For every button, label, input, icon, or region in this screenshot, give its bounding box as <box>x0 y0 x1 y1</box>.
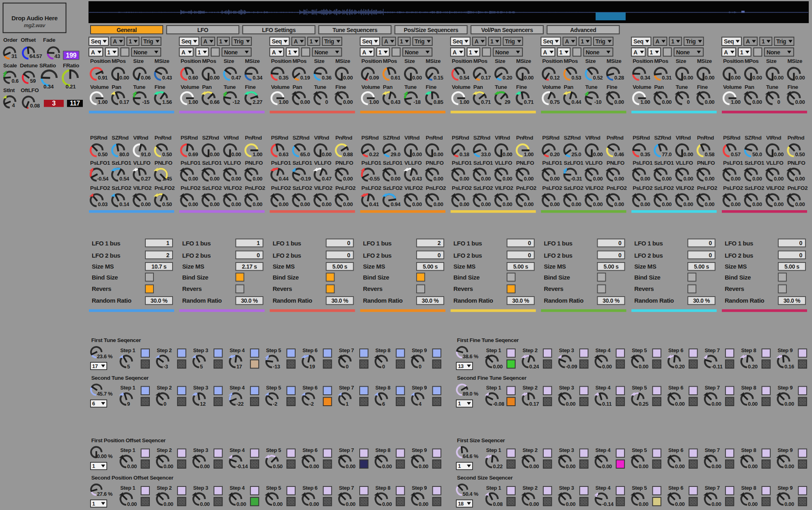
svg-text:Step 1: Step 1 <box>486 347 501 353</box>
svg-text:Size MS: Size MS <box>92 263 114 270</box>
svg-text:0.60: 0.60 <box>188 75 198 81</box>
svg-text:0.00: 0.00 <box>784 401 794 407</box>
svg-text:Step 3: Step 3 <box>559 485 574 491</box>
svg-text:-2: -2 <box>273 401 277 407</box>
svg-text:5.00 s: 5.00 s <box>423 263 438 270</box>
svg-text:5.00 s: 5.00 s <box>784 263 799 270</box>
svg-text:A: A <box>362 49 366 56</box>
svg-text:0.20: 0.20 <box>503 75 512 81</box>
svg-text:-0.14: -0.14 <box>602 501 614 507</box>
svg-text:Seq: Seq <box>453 38 463 45</box>
svg-text:Offset: Offset <box>21 37 36 43</box>
svg-text:Step 8: Step 8 <box>376 347 391 353</box>
svg-text:Volume: Volume <box>90 84 109 90</box>
svg-text:0.00: 0.00 <box>752 176 762 182</box>
svg-text:0.00: 0.00 <box>711 501 721 507</box>
svg-text:A: A <box>181 49 186 56</box>
svg-text:Size: Size <box>133 58 144 64</box>
svg-text:0.00: 0.00 <box>460 176 469 182</box>
svg-text:Revers: Revers <box>544 285 564 292</box>
svg-text:10.7 s: 10.7 s <box>151 263 166 270</box>
svg-text:MPos: MPos <box>564 58 578 64</box>
svg-text:LFO: LFO <box>197 27 208 33</box>
svg-text:3: 3 <box>52 100 56 107</box>
svg-text:Fine: Fine <box>787 84 798 90</box>
svg-text:0.6: 0.6 <box>11 78 18 84</box>
svg-text:SZRnd: SZRnd <box>202 135 219 141</box>
svg-text:Step 4: Step 4 <box>230 485 245 491</box>
svg-text:0.00: 0.00 <box>593 151 603 157</box>
svg-text:PSRnd: PSRnd <box>181 135 198 141</box>
svg-text:None: None <box>314 49 328 56</box>
svg-text:0.00: 0.00 <box>795 176 805 182</box>
svg-text:Step 2: Step 2 <box>523 485 538 491</box>
svg-text:PsLFO1: PsLFO1 <box>633 160 653 166</box>
svg-text:23.6 %: 23.6 % <box>97 353 113 359</box>
svg-text:Volume: Volume <box>361 84 380 90</box>
svg-text:Step 1: Step 1 <box>120 347 135 353</box>
svg-text:PsLFO2: PsLFO2 <box>723 185 743 191</box>
svg-text:LFO 2 bus: LFO 2 bus <box>182 252 211 259</box>
svg-text:Random Ratio: Random Ratio <box>725 297 764 304</box>
svg-text:0.00: 0.00 <box>503 176 512 182</box>
svg-text:SzLFO1: SzLFO1 <box>473 160 493 166</box>
svg-text:PnLFO2: PnLFO2 <box>155 185 175 191</box>
svg-text:MPos: MPos <box>383 58 397 64</box>
svg-text:0.34: 0.34 <box>253 75 263 81</box>
svg-text:0.43: 0.43 <box>162 75 172 81</box>
svg-text:SzLFO1: SzLFO1 <box>383 160 403 166</box>
svg-text:Tune: Tune <box>495 84 508 90</box>
svg-text:VlLFO2: VlLFO2 <box>495 185 513 191</box>
svg-text:1: 1 <box>92 501 95 507</box>
svg-text:A: A <box>746 38 750 45</box>
svg-text:0.00: 0.00 <box>434 151 443 157</box>
svg-text:Step 6: Step 6 <box>302 447 317 453</box>
svg-text:0.00: 0.00 <box>731 201 741 207</box>
svg-text:5.00 s: 5.00 s <box>604 263 619 270</box>
svg-text:Position: Position <box>723 58 744 64</box>
svg-text:1: 1 <box>458 400 461 407</box>
svg-text:0.00: 0.00 <box>640 176 650 182</box>
svg-text:SzLFO2: SzLFO2 <box>292 185 312 191</box>
svg-text:Step 4: Step 4 <box>230 447 245 453</box>
svg-text:0.00 %: 0.00 % <box>97 453 113 459</box>
svg-text:Tune: Tune <box>404 84 417 90</box>
svg-text:4: 4 <box>12 102 15 108</box>
svg-text:PnLFO2: PnLFO2 <box>607 185 627 191</box>
svg-text:0.22: 0.22 <box>493 463 503 469</box>
svg-text:PnRnd: PnRnd <box>607 135 624 141</box>
svg-text:59: 59 <box>30 78 36 84</box>
svg-text:1.00: 1.00 <box>98 99 108 105</box>
svg-text:43: 43 <box>54 53 60 59</box>
svg-text:Step 9: Step 9 <box>412 485 427 491</box>
svg-text:PnLFO2: PnLFO2 <box>335 185 356 191</box>
svg-text:0.00: 0.00 <box>774 151 784 157</box>
svg-text:PsLFO1: PsLFO1 <box>181 160 201 166</box>
svg-text:PSRnd: PSRnd <box>90 135 108 141</box>
svg-text:Step 8: Step 8 <box>741 347 756 353</box>
svg-text:0: 0 <box>618 240 622 246</box>
svg-text:0.00: 0.00 <box>795 201 805 207</box>
svg-text:0.00: 0.00 <box>662 99 672 105</box>
svg-text:-0.11: -0.11 <box>711 364 722 370</box>
svg-text:0.85: 0.85 <box>434 99 443 105</box>
svg-text:Step 2: Step 2 <box>523 385 538 391</box>
svg-text:0.00: 0.00 <box>795 75 805 81</box>
svg-text:0.00: 0.00 <box>614 201 624 207</box>
svg-text:PsLFO2: PsLFO2 <box>181 185 201 191</box>
svg-text:Step 6: Step 6 <box>668 485 683 491</box>
svg-text:Step 9: Step 9 <box>777 447 793 453</box>
svg-text:-13: -13 <box>273 364 280 370</box>
svg-text:Size MS: Size MS <box>454 263 476 270</box>
svg-text:SZRnd: SZRnd <box>564 135 581 141</box>
svg-text:0.71: 0.71 <box>524 99 533 105</box>
svg-text:SRatio: SRatio <box>39 62 56 69</box>
svg-text:1: 1 <box>490 38 494 45</box>
svg-text:None: None <box>767 49 780 56</box>
svg-text:Trig: Trig <box>324 38 334 45</box>
svg-text:Step 8: Step 8 <box>376 485 391 491</box>
svg-text:0.00: 0.00 <box>343 99 353 105</box>
svg-text:A: A <box>453 49 457 56</box>
svg-text:0.00: 0.00 <box>419 463 428 469</box>
svg-text:PsLFO2: PsLFO2 <box>361 185 381 191</box>
